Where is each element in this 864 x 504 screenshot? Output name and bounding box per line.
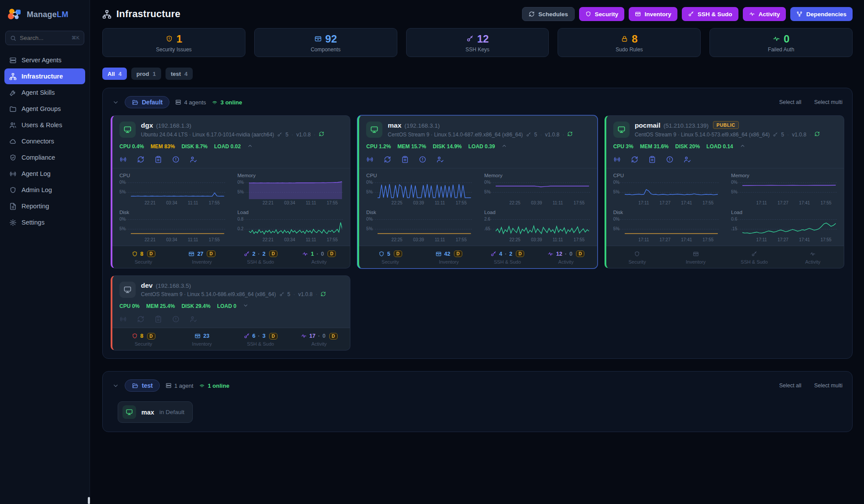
select-all-link[interactable]: Select all: [779, 382, 802, 389]
agent-charts: CPU 0% 5% 22:2503:3911:1117:55 Memory 0%…: [359, 168, 597, 246]
stat-value: 0: [784, 33, 789, 45]
action-refresh-icon[interactable]: [137, 156, 144, 163]
x-tick: 17:55: [821, 237, 832, 242]
agent-group-ref: in Default: [159, 409, 184, 415]
expand-chevron-icon[interactable]: [243, 303, 248, 310]
footer-security[interactable]: Security: [608, 250, 666, 265]
filter-all[interactable]: All 4: [102, 68, 127, 80]
select-multi-link[interactable]: Select multi: [814, 99, 842, 105]
footer-activity[interactable]: 12·0D Activity: [536, 250, 595, 265]
action-clipboard-icon[interactable]: [648, 156, 656, 163]
action-user-check-icon[interactable]: [190, 315, 197, 323]
metric-mem: MEM 31.6%: [640, 143, 669, 150]
sidebar-item-settings[interactable]: Settings: [4, 214, 85, 230]
sidebar-scrollbar[interactable]: [88, 497, 90, 504]
action-clipboard-icon[interactable]: [155, 156, 162, 163]
activity-button[interactable]: Activity: [743, 7, 786, 21]
agent-version: v1.0.8: [298, 291, 313, 297]
x-tick: 22:25: [392, 237, 403, 242]
action-alert-circle-icon[interactable]: [172, 156, 180, 163]
group-collapse-icon[interactable]: [112, 382, 119, 389]
y-tick: 0%: [366, 180, 372, 185]
select-all-link[interactable]: Select all: [779, 99, 802, 105]
search-input[interactable]: [20, 35, 68, 41]
footer-security[interactable]: 8D Security: [114, 332, 173, 347]
footer-inventory[interactable]: 27D Inventory: [173, 250, 231, 265]
filter-test[interactable]: test 4: [166, 68, 193, 80]
security-button[interactable]: Security: [579, 7, 624, 21]
footer-activity[interactable]: Activity: [784, 250, 842, 265]
action-broadcast-icon[interactable]: [119, 315, 127, 323]
agent-card-dev[interactable]: dev(192.168.3.5) CentOS Stream 9 · Linux…: [111, 275, 350, 351]
x-tick: 11:11: [553, 200, 563, 205]
sidebar-nav: Server AgentsInfrastructureAgent SkillsA…: [0, 52, 90, 231]
action-alert-circle-icon[interactable]: [666, 156, 673, 163]
action-user-check-icon[interactable]: [436, 156, 444, 163]
sidebar-item-reporting[interactable]: Reporting: [4, 198, 85, 214]
group-badge-default[interactable]: Default: [125, 96, 169, 108]
action-broadcast-icon[interactable]: [366, 156, 374, 163]
filter-prod[interactable]: prod 1: [131, 68, 161, 80]
collapse-chevron-icon[interactable]: [247, 143, 253, 150]
footer-inventory[interactable]: 23 Inventory: [173, 332, 231, 347]
key-count: 5: [288, 291, 291, 297]
sidebar-item-agent-groups[interactable]: Agent Groups: [4, 101, 85, 117]
footer-security[interactable]: 8D Security: [114, 250, 173, 265]
sidebar-item-agent-log[interactable]: Agent Log: [4, 166, 85, 182]
sparkline: [378, 180, 471, 199]
dependencies-button[interactable]: Dependencies: [790, 7, 853, 21]
footer-ssh-sudo[interactable]: SSH & Sudo: [725, 250, 783, 265]
y-tick: 0%: [613, 180, 619, 185]
inventory-button[interactable]: Inventory: [629, 7, 677, 21]
chart-disk: Disk 0% 5% 17:1117:2717:4117:55: [613, 210, 719, 242]
agent-footer: 8D Security 27D Inventory 2·2D SSH & Sud…: [112, 246, 350, 268]
action-broadcast-icon[interactable]: [613, 156, 621, 163]
footer-ssh-sudo[interactable]: 6·3D SSH & Sudo: [231, 332, 290, 347]
agent-card-pocmail[interactable]: pocmail(51.210.123.139)PUBLIC CentOS Str…: [605, 115, 844, 268]
footer-ssh-sudo[interactable]: 4·2D SSH & Sudo: [478, 250, 536, 265]
group-badge-test[interactable]: test: [125, 379, 160, 392]
sidebar-item-users-roles[interactable]: Users & Roles: [4, 117, 85, 133]
select-multi-link[interactable]: Select multi: [814, 382, 842, 389]
sidebar-item-connectors[interactable]: Connectors: [4, 133, 85, 149]
agent-mini-max[interactable]: max in Default: [118, 401, 193, 423]
sidebar-item-agent-skills[interactable]: Agent Skills: [4, 85, 85, 100]
search-box[interactable]: ⌘K: [5, 31, 84, 45]
footer-activity[interactable]: 1·0D Activity: [290, 250, 348, 265]
action-clipboard-icon[interactable]: [155, 315, 162, 323]
footer-inventory[interactable]: Inventory: [666, 250, 725, 265]
users-icon: [9, 122, 17, 129]
agent-card-max[interactable]: max(192.168.3.1) CentOS Stream 9 · Linux…: [357, 115, 597, 268]
footer-activity[interactable]: 17·0D Activity: [290, 332, 348, 347]
action-alert-circle-icon[interactable]: [419, 156, 426, 163]
chart-memory: Memory 0% 5% 17:1117:2717:4117:55: [731, 173, 837, 205]
metric-mem: MEM 15.7%: [397, 143, 426, 150]
action-refresh-icon[interactable]: [631, 156, 638, 163]
collapse-chevron-icon[interactable]: [501, 143, 507, 150]
sidebar-item-admin-log[interactable]: Admin Log: [4, 182, 85, 198]
footer-inventory[interactable]: 42D Inventory: [420, 250, 478, 265]
ssh-sudo-button[interactable]: SSH & Sudo: [682, 7, 738, 21]
key-icon: [751, 251, 757, 257]
schedules-button[interactable]: Schedules: [522, 7, 575, 21]
action-refresh-icon[interactable]: [137, 315, 144, 323]
action-clipboard-icon[interactable]: [401, 156, 409, 163]
action-user-check-icon[interactable]: [684, 156, 691, 163]
collapse-chevron-icon[interactable]: [740, 143, 745, 150]
page-title: Infrastructure: [116, 8, 180, 20]
footer-ssh-sudo[interactable]: 2·2D SSH & Sudo: [231, 250, 290, 265]
sidebar-item-compliance[interactable]: Compliance: [4, 150, 85, 165]
drift-badge: D: [516, 250, 524, 257]
group-collapse-icon[interactable]: [112, 99, 119, 106]
metric-disk: DISK 20%: [675, 143, 700, 150]
action-user-check-icon[interactable]: [190, 156, 197, 163]
sidebar-item-infrastructure[interactable]: Infrastructure: [4, 68, 85, 84]
action-alert-circle-icon[interactable]: [172, 315, 180, 323]
y-tick: 0%: [731, 180, 737, 185]
footer-security[interactable]: 5D Security: [361, 250, 419, 265]
action-broadcast-icon[interactable]: [119, 156, 127, 163]
x-tick: 11:11: [435, 237, 445, 242]
agent-card-dgx[interactable]: dgx(192.168.1.3) Ubuntu 24.04.4 LTS · Li…: [111, 115, 350, 268]
action-refresh-icon[interactable]: [384, 156, 391, 163]
sidebar-item-server-agents[interactable]: Server Agents: [4, 52, 85, 68]
